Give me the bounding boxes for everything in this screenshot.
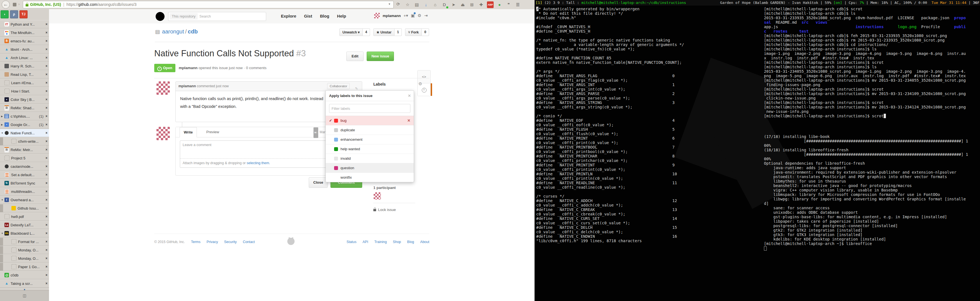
menu-icon[interactable]: ☰ — [514, 2, 521, 8]
close-tab-icon[interactable]: × — [44, 139, 49, 143]
footer-link-shop[interactable]: Shop — [393, 240, 401, 244]
close-tab-icon[interactable]: × — [44, 39, 49, 43]
footer-link-blog[interactable]: Blog — [407, 240, 414, 244]
adblock-plus-icon[interactable]: ABP — [487, 2, 494, 8]
close-tab-icon[interactable]: × — [44, 248, 49, 252]
close-popover-icon[interactable]: ✕ — [408, 91, 411, 101]
tab-project-5[interactable]: Project 5× — [0, 154, 49, 162]
reading-list-icon[interactable]: ▤ — [414, 2, 420, 8]
close-tab-icon[interactable]: × — [44, 131, 49, 135]
label-option-help-wanted[interactable]: help wanted — [326, 144, 414, 154]
tab-c0vm-write[interactable]: c0vm-write...× — [0, 137, 49, 146]
tab-hw9-pdf[interactable]: hw9.pdf× — [0, 212, 49, 221]
footer-link-privacy[interactable]: Privacy — [207, 240, 218, 244]
label-option-question[interactable]: question — [326, 163, 414, 173]
tab-write[interactable]: Write — [180, 127, 197, 138]
new-dropdown-icon[interactable]: +▾ — [403, 13, 408, 18]
close-tab-icon[interactable]: × — [44, 56, 49, 60]
edit-button[interactable]: Edit — [346, 51, 364, 61]
close-tab-icon[interactable]: × — [44, 206, 49, 210]
tab-monday-o[interactable]: Monday, O...× — [0, 254, 49, 263]
close-tab-icon[interactable]: × — [44, 30, 49, 35]
close-tab-icon[interactable]: × — [44, 114, 49, 118]
nav-blog[interactable]: Blog — [320, 14, 329, 18]
label-option-invalid[interactable]: invalid — [326, 154, 414, 163]
remove-label-icon[interactable]: ✕ — [407, 118, 410, 123]
tab-how-i-start[interactable]: How I Start.× — [0, 87, 49, 95]
nav-help[interactable]: Help — [337, 14, 346, 18]
tab-harry-r-sch[interactable]: Harry R. Sch...× — [0, 62, 49, 70]
search-input[interactable]: This repositorySearch — [168, 12, 266, 21]
footer-link-about[interactable]: About — [420, 240, 429, 244]
footer-link-status[interactable]: Status — [347, 240, 356, 244]
close-tab-icon[interactable]: × — [44, 189, 49, 194]
tab-c-t-philos[interactable]: ▶c:\t\philos....(1)× — [0, 112, 49, 120]
tab-preview[interactable]: Preview — [202, 127, 223, 137]
labels-gear-icon[interactable]: ⚙ — [418, 82, 422, 86]
select-files-link[interactable]: selecting them. — [247, 161, 270, 165]
close-tab-icon[interactable]: × — [44, 81, 49, 85]
tab-the-mindfuln[interactable]: The Mindfuln...× — [0, 29, 49, 37]
close-tab-icon[interactable]: × — [44, 215, 49, 218]
tab-libvirt-arch[interactable]: ▲libvirt - Arch...× — [0, 45, 49, 53]
tab-remix-shad[interactable]: RReMix: Shad...× — [0, 104, 49, 112]
tab-caolan-node[interactable]: caolan/node...× — [0, 162, 49, 171]
star-count[interactable]: 1 — [395, 29, 402, 36]
close-tab-icon[interactable]: × — [44, 47, 49, 51]
tab-learn-ema[interactable]: Learn #Ema...× — [0, 78, 49, 87]
watch-count[interactable]: 4 — [363, 29, 370, 36]
github-logo-icon[interactable] — [156, 12, 165, 21]
url-dropdown-icon[interactable]: ▾ — [389, 2, 390, 6]
tab-read-lisp-t[interactable]: Read Lisp, T...× — [0, 70, 49, 78]
close-tab-icon[interactable]: × — [44, 72, 49, 76]
tab-remix-metr[interactable]: RReMix: Metr...× — [0, 146, 49, 154]
comment-avatar[interactable] — [156, 82, 170, 95]
tab-overheard-a[interactable]: ▼fOverheard a...× — [0, 196, 49, 204]
footer-link-contact[interactable]: Contact — [243, 240, 255, 244]
tab-monday-o[interactable]: Monday, O...× — [0, 246, 49, 254]
eject-icon[interactable]: ⏏ — [460, 2, 466, 8]
label-option-enhancement[interactable]: enhancement — [326, 134, 414, 144]
close-tab-icon[interactable]: × — [44, 223, 49, 227]
url-input[interactable]: GitHub, Inc. (US)|https://github.com/aar… — [23, 1, 394, 8]
tab-multithreadin[interactable]: multithreadin...× — [0, 187, 49, 196]
close-tab-icon[interactable]: × — [44, 282, 49, 285]
sidebar-resize-handle[interactable]: ⋮ — [45, 145, 48, 149]
vim-pane[interactable]: /* Automatically generated by bin/wrappe… — [536, 7, 762, 243]
twisty-icon[interactable]: ▶ — [1, 115, 5, 118]
close-tab-icon[interactable]: × — [44, 181, 49, 185]
avatar[interactable] — [374, 13, 380, 18]
username[interactable]: mplamann — [383, 14, 401, 18]
tab-emacs-fu-au[interactable]: Bemacs-fu: au...× — [0, 37, 49, 45]
close-tab-icon[interactable]: × — [44, 198, 49, 202]
footer-link-security[interactable]: Security — [224, 240, 237, 244]
tab-arch-linux[interactable]: ▲Arch Linux: ...× — [0, 53, 49, 62]
reload-icon[interactable]: ⟳ — [396, 2, 400, 7]
label-option-wontfix[interactable]: wontfix — [326, 173, 414, 182]
tab-format-for[interactable]: Format for ...× — [0, 237, 49, 246]
shell-pane-bottom[interactable]: (17/18) installing libe-book [##########… — [764, 134, 980, 250]
tab-set-a-default[interactable]: Set a default...× — [0, 171, 49, 179]
sign-out-icon[interactable]: ⇥ — [424, 13, 428, 18]
sidebar-toggle-bar[interactable]: ◫ — [0, 290, 49, 301]
back-button[interactable]: ← — [2, 0, 10, 9]
nav-explore[interactable]: Explore — [281, 14, 296, 18]
pinned-tab-teuxdeux[interactable]: TJ — [19, 10, 27, 18]
footer-link-api[interactable]: API — [363, 240, 368, 244]
tab-native-functi[interactable]: ▼Native Functi...× — [0, 129, 49, 137]
greasemonkey-icon[interactable]: ✚ — [478, 2, 484, 8]
lock-issue-button[interactable]: Lock issue — [373, 208, 396, 212]
new-issue-button[interactable]: New issue — [367, 51, 394, 61]
twisty-icon[interactable]: ▶ — [1, 123, 5, 126]
unstar-button[interactable]: ★ Unstar — [373, 29, 395, 36]
tab-taking-a-scr[interactable]: ▲Taking a scr...× — [0, 279, 49, 288]
tab-bittorrent-sync[interactable]: ↻BitTorrent Sync× — [0, 179, 49, 187]
tab-c0db[interactable]: @c0db× — [0, 271, 49, 279]
label-option-duplicate[interactable]: duplicate — [326, 125, 414, 134]
close-tab-icon[interactable]: × — [44, 89, 49, 93]
pinned-tab-pandora[interactable]: ρ — [10, 10, 18, 18]
home-icon[interactable]: ⌂ — [432, 2, 439, 8]
tab-color-sky-b[interactable]: ●Color Sky | B...× — [0, 95, 49, 104]
privacy-badger-icon[interactable]: ● — [496, 2, 503, 8]
participant-avatar[interactable] — [374, 192, 381, 200]
